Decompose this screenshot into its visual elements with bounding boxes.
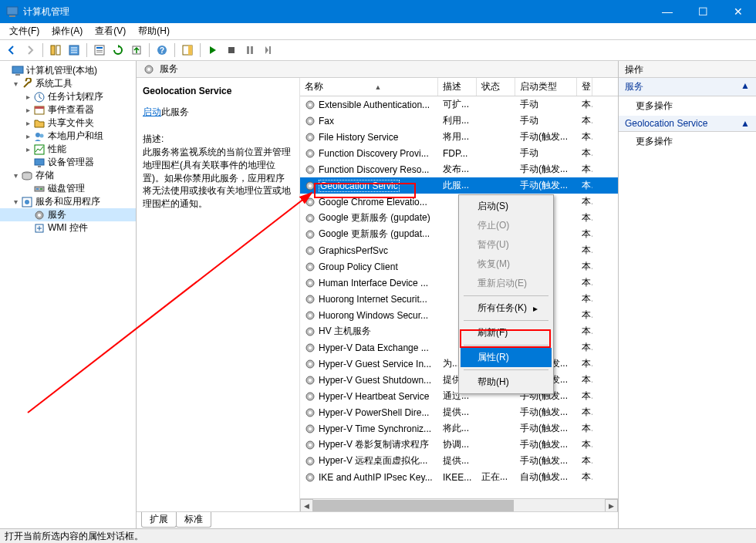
center-title: 服务 — [160, 62, 178, 76]
tree-event-viewer[interactable]: ▸事件查看器 — [0, 103, 136, 116]
tab-extended[interactable]: 扩展 — [141, 512, 177, 528]
service-row[interactable]: Hyper-V 远程桌面虚拟化...提供...手动(触发...本 — [300, 453, 618, 469]
ctx-refresh[interactable]: 刷新(F) — [461, 323, 552, 342]
properties-button[interactable] — [91, 42, 108, 59]
computer-icon — [12, 65, 24, 77]
refresh-button[interactable] — [110, 42, 127, 59]
service-row[interactable]: Function Discovery Provi...FDP...手动本 — [300, 145, 618, 161]
service-row[interactable]: Hyper-V 卷影复制请求程序协调...手动(触发...本 — [300, 437, 618, 453]
col-logon[interactable]: 登 — [577, 78, 592, 96]
tree-root[interactable]: 计算机管理(本地) — [0, 64, 136, 77]
scroll-track[interactable] — [313, 499, 605, 511]
forward-button[interactable] — [22, 42, 39, 59]
restart-button[interactable] — [260, 42, 277, 59]
tree-shared-folders[interactable]: ▸共享文件夹 — [0, 116, 136, 130]
menu-action[interactable]: 操作(A) — [46, 23, 89, 39]
collapse-icon[interactable]: ▾ — [11, 171, 21, 180]
service-row[interactable]: Extensible Authentication...可扩...手动本 — [300, 96, 618, 113]
svg-point-52 — [309, 201, 312, 204]
wrench-icon — [21, 78, 33, 90]
svg-point-46 — [309, 152, 312, 155]
ctx-all-tasks[interactable]: 所有任务(K)▸ — [461, 298, 552, 318]
export-list-button[interactable] — [66, 42, 83, 59]
collapse-icon[interactable]: ▾ — [11, 79, 21, 88]
tree-services-apps[interactable]: ▾服务和应用程序 — [0, 195, 136, 208]
tree-wmi[interactable]: WMI 控件 — [0, 221, 136, 234]
tree-device-manager[interactable]: 设备管理器 — [0, 156, 136, 169]
app-icon — [6, 5, 19, 18]
start-service-link[interactable]: 启动 — [143, 106, 161, 117]
gear-icon — [305, 293, 317, 305]
window-title: 计算机管理 — [23, 5, 650, 19]
tree-storage[interactable]: ▾存储 — [0, 169, 136, 182]
svg-rect-1 — [9, 15, 15, 17]
tree-system-tools[interactable]: ▾ 系统工具 — [0, 77, 136, 90]
expand-icon[interactable]: ▸ — [23, 93, 33, 101]
service-row[interactable]: Fax利用...手动本 — [300, 113, 618, 129]
show-hide-tree-button[interactable] — [47, 42, 64, 59]
storage-icon — [21, 170, 33, 182]
show-hide-action-pane-button[interactable] — [179, 42, 196, 59]
gear-icon — [305, 309, 317, 322]
col-state[interactable]: 状态 — [477, 78, 515, 96]
expand-icon[interactable]: ▸ — [23, 106, 33, 114]
expand-icon[interactable]: ▸ — [23, 119, 33, 127]
service-row[interactable]: IKE and AuthIP IPsec Key...IKEE...正在...自… — [300, 469, 618, 485]
play-button[interactable] — [204, 42, 221, 59]
minimize-button[interactable]: — — [650, 0, 685, 23]
service-row[interactable]: Hyper-V PowerShell Dire...提供...手动(触发...本 — [300, 404, 618, 420]
menu-file[interactable]: 文件(F) — [3, 23, 46, 39]
scroll-thumb[interactable] — [313, 500, 514, 511]
gear-icon — [305, 99, 317, 111]
close-button[interactable]: ✕ — [721, 0, 756, 23]
collapse-icon[interactable]: ▾ — [11, 197, 21, 206]
actions-section-selected[interactable]: Geolocation Service ▲ — [619, 116, 756, 132]
expand-icon[interactable]: ▸ — [23, 132, 33, 140]
gear-icon — [305, 115, 317, 127]
service-row[interactable]: Geolocation Servic此服...手动(触发...本 — [300, 177, 618, 194]
maximize-button[interactable]: ☐ — [685, 0, 721, 23]
chevron-up-icon: ▲ — [741, 118, 750, 129]
service-row[interactable]: Function Discovery Reso...发布...手动(触发...本 — [300, 161, 618, 177]
help-button[interactable]: ? — [154, 42, 170, 59]
scroll-left-button[interactable]: ◀ — [300, 499, 313, 511]
horizontal-scrollbar[interactable]: ◀ ▶ — [300, 498, 618, 511]
section-label: Geolocation Service — [625, 118, 707, 129]
tree-performance[interactable]: ▸性能 — [0, 143, 136, 156]
back-button[interactable] — [3, 42, 20, 59]
svg-point-66 — [309, 314, 312, 317]
action-more-1[interactable]: 更多操作 — [619, 96, 756, 116]
scroll-right-button[interactable]: ▶ — [605, 499, 618, 511]
tree-local-users[interactable]: ▸本地用户和组 — [0, 130, 136, 143]
navigation-tree[interactable]: 计算机管理(本地) ▾ 系统工具 ▸任务计划程序 ▸事件查看器 ▸共享文件夹 ▸… — [0, 61, 137, 528]
tree-disk-management[interactable]: 磁盘管理 — [0, 182, 136, 195]
tree-label: 任务计划程序 — [48, 90, 103, 103]
expand-icon[interactable]: ▸ — [23, 145, 33, 153]
ctx-properties[interactable]: 属性(R) — [461, 348, 552, 367]
tree-label: 性能 — [48, 143, 66, 156]
service-row[interactable]: File History Service将用...手动(触发...本 — [300, 129, 618, 145]
col-desc[interactable]: 描述 — [438, 78, 477, 96]
gear-icon — [305, 131, 317, 143]
menu-help[interactable]: 帮助(H) — [132, 23, 176, 39]
tree-label: 设备管理器 — [48, 156, 94, 169]
tree-task-scheduler[interactable]: ▸任务计划程序 — [0, 90, 136, 103]
actions-section-services[interactable]: 服务 ▲ — [619, 78, 756, 96]
status-bar: 打开当前所选内容的属性对话框。 — [0, 528, 756, 543]
pause-button[interactable] — [241, 42, 258, 59]
ctx-help[interactable]: 帮助(H) — [461, 373, 552, 392]
col-name[interactable]: 名称▲ — [300, 78, 438, 96]
actions-header: 操作 — [619, 61, 756, 78]
toolbar-separator — [86, 43, 87, 57]
svg-point-58 — [309, 249, 312, 252]
gear-icon — [305, 245, 317, 257]
tree-services[interactable]: 服务 — [0, 208, 136, 221]
tab-standard[interactable]: 标准 — [176, 512, 211, 528]
menu-view[interactable]: 查看(V) — [89, 23, 132, 39]
service-row[interactable]: Hyper-V Time Synchroniz...将此...手动(触发...本 — [300, 420, 618, 437]
col-startup[interactable]: 启动类型 — [515, 78, 577, 96]
action-more-2[interactable]: 更多操作 — [619, 132, 756, 151]
ctx-start[interactable]: 启动(S) — [461, 197, 552, 216]
stop-button[interactable] — [223, 42, 240, 59]
export-button[interactable] — [128, 42, 145, 59]
